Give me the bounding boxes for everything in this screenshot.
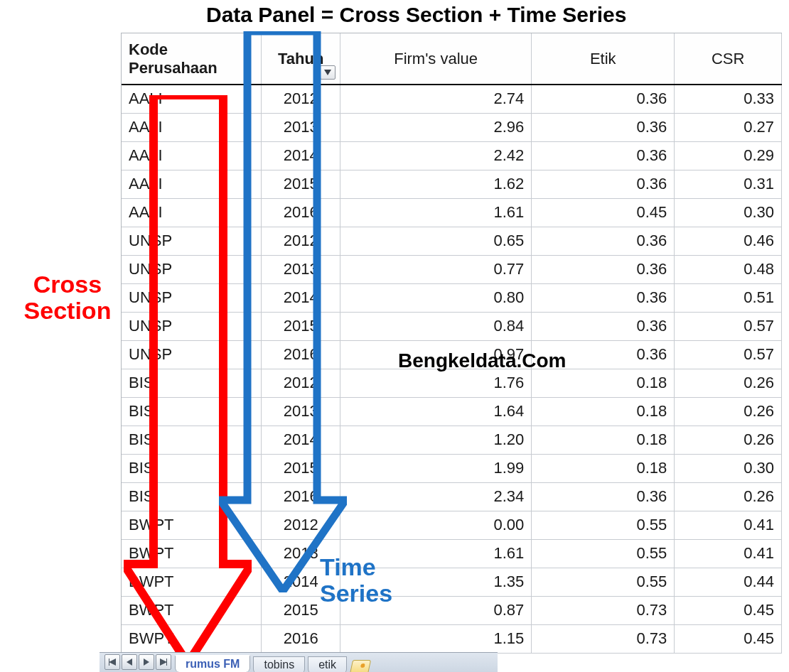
table-row[interactable]: BISI20131.640.180.26 bbox=[122, 397, 782, 426]
col-header-tahun[interactable]: Tahun bbox=[262, 33, 340, 85]
cell-kode[interactable]: BWPT bbox=[122, 624, 262, 653]
cell-firm[interactable]: 2.34 bbox=[340, 482, 531, 511]
cell-csr[interactable]: 0.26 bbox=[675, 397, 782, 426]
sheet-nav-next[interactable] bbox=[139, 654, 154, 670]
cell-firm[interactable]: 0.00 bbox=[340, 511, 531, 539]
cell-etik[interactable]: 0.18 bbox=[532, 454, 675, 482]
cell-etik[interactable]: 0.36 bbox=[532, 227, 675, 255]
cell-tahun[interactable]: 2013 bbox=[262, 113, 340, 141]
cell-etik[interactable]: 0.55 bbox=[532, 568, 675, 596]
filter-dropdown-button[interactable] bbox=[320, 65, 336, 80]
cell-firm[interactable]: 0.84 bbox=[340, 312, 531, 340]
cell-firm[interactable]: 0.77 bbox=[340, 255, 531, 283]
cell-tahun[interactable]: 2016 bbox=[262, 624, 340, 653]
cell-etik[interactable]: 0.18 bbox=[532, 397, 675, 426]
cell-tahun[interactable]: 2014 bbox=[262, 426, 340, 454]
cell-tahun[interactable]: 2012 bbox=[262, 227, 340, 255]
cell-csr[interactable]: 0.46 bbox=[675, 227, 782, 255]
table-row[interactable]: BISI20151.990.180.30 bbox=[122, 454, 782, 482]
table-row[interactable]: BWPT20161.150.730.45 bbox=[122, 624, 782, 653]
cell-tahun[interactable]: 2012 bbox=[262, 511, 340, 539]
cell-kode[interactable]: UNSP bbox=[122, 340, 262, 369]
cell-tahun[interactable]: 2013 bbox=[262, 397, 340, 426]
cell-csr[interactable]: 0.41 bbox=[675, 511, 782, 539]
cell-etik[interactable]: 0.36 bbox=[532, 283, 675, 312]
cell-tahun[interactable]: 2015 bbox=[262, 454, 340, 482]
cell-etik[interactable]: 0.36 bbox=[532, 85, 675, 113]
cell-etik[interactable]: 0.18 bbox=[532, 426, 675, 454]
table-row[interactable]: UNSP20120.650.360.46 bbox=[122, 227, 782, 255]
cell-csr[interactable]: 0.30 bbox=[675, 198, 782, 227]
cell-firm[interactable]: 1.64 bbox=[340, 397, 531, 426]
cell-firm[interactable]: 0.80 bbox=[340, 283, 531, 312]
cell-kode[interactable]: AALI bbox=[122, 85, 262, 113]
cell-csr[interactable]: 0.57 bbox=[675, 312, 782, 340]
sheet-nav-last[interactable] bbox=[156, 654, 171, 670]
table-row[interactable]: BISI20121.760.180.26 bbox=[122, 369, 782, 397]
cell-tahun[interactable]: 2013 bbox=[262, 255, 340, 283]
cell-firm[interactable]: 1.62 bbox=[340, 170, 531, 198]
cell-csr[interactable]: 0.45 bbox=[675, 624, 782, 653]
cell-kode[interactable]: BISI bbox=[122, 426, 262, 454]
cell-kode[interactable]: BWPT bbox=[122, 568, 262, 596]
cell-etik[interactable]: 0.36 bbox=[532, 482, 675, 511]
table-row[interactable]: AALI20132.960.360.27 bbox=[122, 113, 782, 141]
cell-csr[interactable]: 0.33 bbox=[675, 85, 782, 113]
cell-etik[interactable]: 0.55 bbox=[532, 511, 675, 539]
cell-tahun[interactable]: 2016 bbox=[262, 482, 340, 511]
col-header-kode[interactable]: Kode Perusahaan bbox=[122, 33, 262, 85]
cell-kode[interactable]: BISI bbox=[122, 454, 262, 482]
cell-csr[interactable]: 0.26 bbox=[675, 426, 782, 454]
cell-csr[interactable]: 0.29 bbox=[675, 141, 782, 170]
cell-firm[interactable]: 1.76 bbox=[340, 369, 531, 397]
cell-csr[interactable]: 0.44 bbox=[675, 568, 782, 596]
table-row[interactable]: BWPT20141.350.550.44 bbox=[122, 568, 782, 596]
cell-etik[interactable]: 0.36 bbox=[532, 255, 675, 283]
cell-kode[interactable]: UNSP bbox=[122, 255, 262, 283]
table-row[interactable]: UNSP20150.840.360.57 bbox=[122, 312, 782, 340]
table-row[interactable]: AALI20122.740.360.33 bbox=[122, 85, 782, 113]
table-row[interactable]: BWPT20150.870.730.45 bbox=[122, 596, 782, 624]
table-row[interactable]: UNSP20140.800.360.51 bbox=[122, 283, 782, 312]
cell-etik[interactable]: 0.36 bbox=[532, 312, 675, 340]
table-row[interactable]: BWPT20131.610.550.41 bbox=[122, 539, 782, 568]
cell-firm[interactable]: 1.20 bbox=[340, 426, 531, 454]
cell-kode[interactable]: BWPT bbox=[122, 539, 262, 568]
sheet-tab-tobins[interactable]: tobins bbox=[253, 656, 305, 672]
cell-kode[interactable]: UNSP bbox=[122, 312, 262, 340]
cell-csr[interactable]: 0.27 bbox=[675, 113, 782, 141]
cell-tahun[interactable]: 2015 bbox=[262, 312, 340, 340]
cell-firm[interactable]: 2.74 bbox=[340, 85, 531, 113]
cell-etik[interactable]: 0.36 bbox=[532, 170, 675, 198]
cell-kode[interactable]: AALI bbox=[122, 113, 262, 141]
cell-kode[interactable]: AALI bbox=[122, 141, 262, 170]
cell-firm[interactable]: 1.15 bbox=[340, 624, 531, 653]
cell-csr[interactable]: 0.57 bbox=[675, 340, 782, 369]
cell-csr[interactable]: 0.41 bbox=[675, 539, 782, 568]
table-row[interactable]: UNSP20130.770.360.48 bbox=[122, 255, 782, 283]
cell-etik[interactable]: 0.55 bbox=[532, 539, 675, 568]
cell-kode[interactable]: AALI bbox=[122, 198, 262, 227]
cell-kode[interactable]: BISI bbox=[122, 369, 262, 397]
cell-tahun[interactable]: 2016 bbox=[262, 340, 340, 369]
table-row[interactable]: AALI20161.610.450.30 bbox=[122, 198, 782, 227]
cell-etik[interactable]: 0.73 bbox=[532, 624, 675, 653]
cell-kode[interactable]: AALI bbox=[122, 170, 262, 198]
cell-firm[interactable]: 1.99 bbox=[340, 454, 531, 482]
cell-etik[interactable]: 0.73 bbox=[532, 596, 675, 624]
cell-etik[interactable]: 0.36 bbox=[532, 113, 675, 141]
cell-kode[interactable]: UNSP bbox=[122, 227, 262, 255]
table-row[interactable]: BWPT20120.000.550.41 bbox=[122, 511, 782, 539]
col-header-csr[interactable]: CSR bbox=[675, 33, 782, 85]
cell-firm[interactable]: 2.96 bbox=[340, 113, 531, 141]
cell-csr[interactable]: 0.30 bbox=[675, 454, 782, 482]
cell-csr[interactable]: 0.45 bbox=[675, 596, 782, 624]
cell-kode[interactable]: BWPT bbox=[122, 596, 262, 624]
sheet-tab-etik[interactable]: etik bbox=[308, 656, 347, 672]
cell-tahun[interactable]: 2012 bbox=[262, 85, 340, 113]
table-row[interactable]: BISI20141.200.180.26 bbox=[122, 426, 782, 454]
cell-kode[interactable]: BISI bbox=[122, 482, 262, 511]
col-header-firm[interactable]: Firm's value bbox=[340, 33, 531, 85]
col-header-etik[interactable]: Etik bbox=[532, 33, 675, 85]
table-row[interactable]: BISI20162.340.360.26 bbox=[122, 482, 782, 511]
